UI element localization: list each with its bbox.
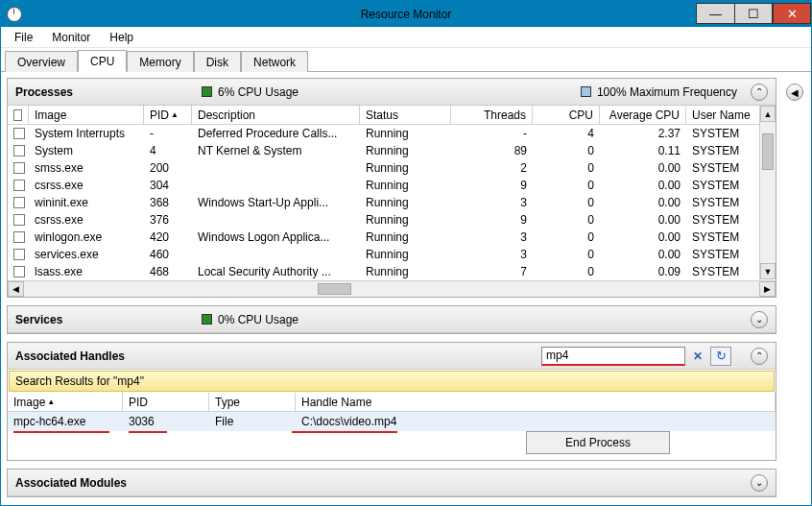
col-status[interactable]: Status <box>360 106 451 124</box>
hcol-pid[interactable]: PID <box>123 393 209 411</box>
side-expand-button[interactable]: ◀ <box>786 84 803 101</box>
row-checkbox[interactable] <box>8 265 29 278</box>
process-row[interactable]: services.exe460Running300.00SYSTEM <box>8 246 776 263</box>
proc-cpu: 0 <box>533 212 600 228</box>
row-checkbox[interactable] <box>8 179 29 192</box>
row-checkbox[interactable] <box>8 230 29 244</box>
process-row[interactable]: smss.exe200Running200.00SYSTEM <box>8 159 776 177</box>
process-row[interactable]: System Interrupts-Deferred Procedure Cal… <box>8 125 776 142</box>
scroll-down-button[interactable]: ▼ <box>760 263 776 279</box>
proc-cpu: 0 <box>533 264 600 279</box>
proc-threads: 3 <box>451 229 533 245</box>
cpu-usage-icon <box>202 86 212 97</box>
proc-image: lsass.exe <box>29 264 144 279</box>
proc-threads: 89 <box>451 143 533 158</box>
menu-help[interactable]: Help <box>102 29 141 46</box>
proc-threads: 7 <box>451 264 533 279</box>
proc-user: SYSTEM <box>686 229 763 245</box>
services-panel: Services 0% CPU Usage ⌄ <box>7 305 776 334</box>
search-clear-button[interactable]: ✕ <box>689 349 706 363</box>
col-threads[interactable]: Threads <box>451 106 533 124</box>
maximize-button[interactable]: ☐ <box>734 3 773 24</box>
proc-user: SYSTEM <box>686 143 763 158</box>
services-title: Services <box>15 313 188 326</box>
proc-cpu: 0 <box>533 178 600 193</box>
close-button[interactable]: ✕ <box>773 3 811 24</box>
proc-threads: - <box>451 126 533 141</box>
modules-expand-button[interactable]: ⌄ <box>751 474 768 492</box>
titlebar[interactable]: Resource Monitor — ☐ ✕ <box>1 1 811 27</box>
proc-image: System <box>29 143 144 158</box>
tab-overview[interactable]: Overview <box>5 51 78 72</box>
col-image[interactable]: Image <box>29 106 144 124</box>
process-row[interactable]: csrss.exe376Running900.00SYSTEM <box>8 211 776 229</box>
tabstrip: Overview CPU Memory Disk Network <box>1 48 811 72</box>
proc-cpu: 0 <box>533 229 600 245</box>
process-row[interactable]: lsass.exe468Local Security Authority ...… <box>8 263 776 280</box>
process-row[interactable]: wininit.exe368Windows Start-Up Appli...R… <box>8 194 776 211</box>
proc-pid: - <box>144 126 192 141</box>
proc-desc: Deferred Procedure Calls... <box>192 126 360 141</box>
col-checkbox[interactable] <box>8 106 29 124</box>
processes-hscrollbar[interactable]: ◀ ▶ <box>8 280 776 297</box>
proc-threads: 9 <box>451 178 533 193</box>
tab-disk[interactable]: Disk <box>194 51 241 72</box>
search-refresh-button[interactable]: ↻ <box>710 347 731 366</box>
col-cpu[interactable]: CPU <box>533 106 600 124</box>
tab-cpu[interactable]: CPU <box>78 50 127 72</box>
processes-columns: Image PID▲ Description Status Threads CP… <box>8 106 776 125</box>
hcol-handle-name[interactable]: Handle Name <box>296 393 776 411</box>
processes-collapse-button[interactable]: ⌃ <box>751 84 768 101</box>
handles-header[interactable]: Associated Handles ✕ ↻ ⌃ <box>8 343 776 370</box>
col-pid[interactable]: PID▲ <box>144 106 192 124</box>
processes-vscrollbar[interactable]: ▲ ▼ <box>759 106 776 279</box>
services-expand-button[interactable]: ⌄ <box>751 311 768 328</box>
handles-collapse-button[interactable]: ⌃ <box>751 348 768 365</box>
col-description[interactable]: Description <box>192 106 360 124</box>
end-process-button[interactable]: End Process <box>526 431 670 454</box>
proc-pid: 368 <box>144 195 192 210</box>
process-row[interactable]: System4NT Kernel & SystemRunning8900.11S… <box>8 142 776 159</box>
proc-cpu: 0 <box>533 195 600 210</box>
handle-row[interactable]: mpc-hc64.exe 3036 File C:\docs\video.mp4 <box>8 412 776 431</box>
col-user[interactable]: User Name <box>686 106 763 124</box>
menu-monitor[interactable]: Monitor <box>44 29 98 46</box>
proc-avg: 0.09 <box>600 264 686 279</box>
proc-image: System Interrupts <box>29 126 144 141</box>
max-freq-metric: 100% Maximum Frequency <box>581 85 737 99</box>
hcol-type[interactable]: Type <box>209 393 296 411</box>
proc-user: SYSTEM <box>686 160 763 176</box>
process-row[interactable]: winlogon.exe420Windows Logon Applica...R… <box>8 229 776 246</box>
scroll-right-button[interactable]: ▶ <box>759 281 776 297</box>
hcol-image[interactable]: Image▲ <box>8 393 123 411</box>
proc-pid: 420 <box>144 229 192 245</box>
proc-status: Running <box>360 212 451 228</box>
services-cpu-icon <box>202 314 212 325</box>
proc-image: winlogon.exe <box>29 229 144 245</box>
resource-monitor-window: Resource Monitor — ☐ ✕ File Monitor Help… <box>0 0 812 506</box>
col-avg-cpu[interactable]: Average CPU <box>600 106 686 124</box>
tab-memory[interactable]: Memory <box>127 51 193 72</box>
menu-file[interactable]: File <box>7 29 40 46</box>
handles-title: Associated Handles <box>15 349 188 363</box>
scroll-left-button[interactable]: ◀ <box>8 281 24 297</box>
vscroll-thumb[interactable] <box>762 133 774 170</box>
services-header[interactable]: Services 0% CPU Usage ⌄ <box>8 306 776 333</box>
row-checkbox[interactable] <box>8 213 29 227</box>
row-checkbox[interactable] <box>8 248 29 261</box>
processes-header[interactable]: Processes 6% CPU Usage 100% Maximum Freq… <box>8 79 776 106</box>
handles-search-input[interactable] <box>541 347 685 366</box>
row-checkbox[interactable] <box>8 196 29 209</box>
modules-header[interactable]: Associated Modules ⌄ <box>8 470 776 496</box>
proc-desc <box>192 167 360 169</box>
process-row[interactable]: csrss.exe304Running900.00SYSTEM <box>8 177 776 194</box>
proc-status: Running <box>360 229 451 245</box>
minimize-button[interactable]: — <box>696 3 734 24</box>
scroll-up-button[interactable]: ▲ <box>760 106 776 122</box>
row-checkbox[interactable] <box>8 161 29 175</box>
tab-network[interactable]: Network <box>241 51 308 72</box>
row-checkbox[interactable] <box>8 127 29 140</box>
hscroll-thumb[interactable] <box>318 283 351 295</box>
row-checkbox[interactable] <box>8 144 29 157</box>
processes-table: Image PID▲ Description Status Threads CP… <box>8 106 776 297</box>
